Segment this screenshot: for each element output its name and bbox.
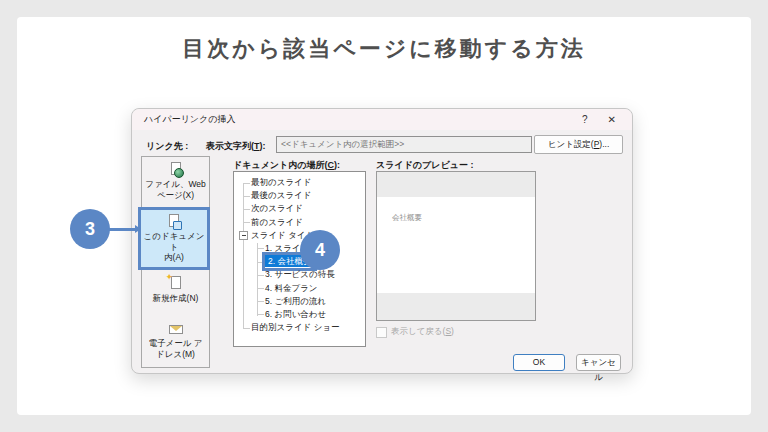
link-type-item[interactable]: このドキュメント 内(A) xyxy=(138,207,210,270)
step-4-badge: 4 xyxy=(300,230,340,270)
ok-button[interactable]: OK xyxy=(513,354,565,371)
dialog-titlebar: ハイパーリンクの挿入 ? ✕ xyxy=(132,109,632,130)
tree-item[interactable]: 目的別スライド ショー xyxy=(234,321,365,334)
link-type-item[interactable]: 新規作成(N) xyxy=(142,276,209,304)
tree-item[interactable]: 6. お問い合わせ xyxy=(234,308,365,321)
preview-header-band xyxy=(377,172,535,197)
tree-item[interactable]: 次のスライド xyxy=(234,202,365,215)
tree-item[interactable]: 最後のスライド xyxy=(234,189,365,202)
tree-item[interactable]: 最初のスライド xyxy=(234,176,365,189)
display-text-label: 表示文字列(T): xyxy=(206,140,266,153)
cancel-button[interactable]: キャンセル xyxy=(576,354,621,371)
preview-footer-band xyxy=(377,293,535,320)
tree-item[interactable]: 3. サービスの特長 xyxy=(234,268,365,281)
link-type-item[interactable]: 電子メール ア ドレス(M) xyxy=(142,321,209,359)
preview-body: 会社概要 xyxy=(377,197,535,293)
document-places-tree: 最初のスライド 最後のスライド 次のスライド 前のスライド スライド タイトル … xyxy=(233,171,366,347)
screentip-button[interactable]: ヒント設定(P)... xyxy=(534,135,623,154)
dialog-title: ハイパーリンクの挿入 xyxy=(144,113,235,126)
tree-item[interactable]: スライド タイトル xyxy=(234,229,365,242)
page-background: 目次から該当ページに移動する方法 ハイパーリンクの挿入 ? ✕ リンク先 : 表… xyxy=(0,0,768,432)
this-document-icon xyxy=(166,214,182,230)
link-to-label: リンク先 : xyxy=(146,140,188,153)
collapse-expander-icon[interactable] xyxy=(239,231,248,240)
preview-slide-title: 会社概要 xyxy=(392,213,422,223)
page-title: 目次から該当ページに移動する方法 xyxy=(0,34,768,64)
show-and-return-label: 表示して戻る(S) xyxy=(391,326,454,338)
display-text-input[interactable]: <<ドキュメント内の選択範囲>> xyxy=(276,136,532,153)
file-web-icon xyxy=(168,162,184,178)
tree-item[interactable]: 4. 料金プラン xyxy=(234,282,365,295)
show-and-return-checkbox[interactable] xyxy=(376,327,387,338)
show-and-return-row: 表示して戻る(S) xyxy=(376,326,454,338)
link-type-item[interactable]: ファイル、Web ページ(X) xyxy=(142,162,209,200)
tree-item[interactable]: 5. ご利用の流れ xyxy=(234,295,365,308)
new-document-icon xyxy=(168,276,184,292)
tree-item[interactable]: 2. 会社概要 xyxy=(234,255,365,268)
slide-preview: 会社概要 xyxy=(376,171,536,321)
help-icon[interactable]: ? xyxy=(582,114,588,125)
email-icon xyxy=(168,321,184,337)
tree-item[interactable]: 前のスライド xyxy=(234,216,365,229)
close-icon[interactable]: ✕ xyxy=(608,114,616,125)
insert-hyperlink-dialog: ハイパーリンクの挿入 ? ✕ リンク先 : 表示文字列(T): <<ドキュメント… xyxy=(131,108,633,374)
titlebar-controls: ? ✕ xyxy=(582,114,620,125)
step-3-badge: 3 xyxy=(70,209,110,249)
link-to-sidebar: ファイル、Web ページ(X) このドキュメント 内(A) 新規作成(N) 電子… xyxy=(141,156,210,368)
